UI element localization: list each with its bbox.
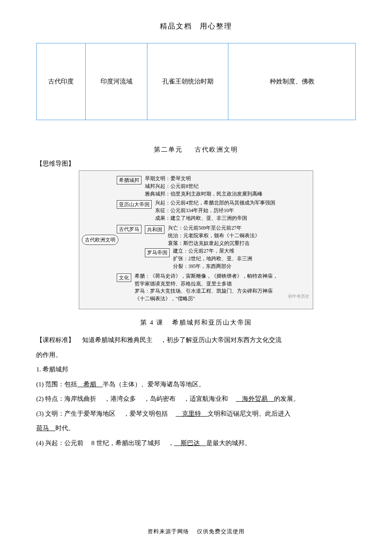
- mm-node-republic: 共和国: [145, 225, 164, 234]
- page-header: 精品文档用心整理: [36, 21, 356, 31]
- mm-leaf: 罗马：罗马大竞技场、引水道工程、凯旋门、方尖碑和万神庙: [135, 288, 278, 295]
- subheading: 1. 希腊城邦: [36, 362, 356, 377]
- header-left: 精品文档: [160, 22, 192, 30]
- mm-node-alex: 亚历山大帝国: [117, 200, 152, 209]
- blank-answer: 海外贸易: [236, 395, 274, 402]
- blank-answer: 荷马: [36, 425, 55, 431]
- unit-title-right: 古代欧洲文明: [195, 146, 238, 153]
- mindmap: 古代欧洲文明 希腊城邦 早期文明：爱琴文明 城邦兴起：公元前8世纪 雅典城邦：伯…: [79, 170, 313, 309]
- mm-node-greek: 希腊城邦: [117, 176, 141, 184]
- text: (3) 文明：产生于爱琴海地区: [36, 410, 115, 417]
- civilization-table: 古代印度 印度河流域 孔雀王朝统治时期 种姓制度、佛教: [36, 43, 356, 120]
- mm-leaf: 兴亡：公元前509年至公元前27年: [168, 224, 260, 232]
- text: ，爱琴文明包括: [123, 410, 168, 417]
- text: (4) 兴起：公元前: [36, 440, 84, 446]
- mm-leaf: 早期文明：爱琴文明: [145, 175, 262, 183]
- table-row: 古代印度 印度河流域 孔雀王朝统治时期 种姓制度、佛教: [37, 43, 356, 120]
- text: (1) 范围：包括: [36, 381, 77, 388]
- blank-answer: 斯巴达: [174, 440, 206, 446]
- mm-leaf: 统治：元老院掌权，颁布《十二铜表法》: [168, 232, 260, 240]
- mm-node-rome: 古代罗马: [117, 225, 141, 233]
- text: 8 世纪，希腊出现了城邦: [91, 440, 160, 446]
- list-item: (4) 兴起：公元前8 世纪，希腊出现了城邦， 斯巴达 是最大的城邦。: [36, 436, 356, 451]
- mindmap-root: 古代欧洲文明: [82, 235, 118, 245]
- text: ，: [168, 440, 174, 446]
- header-right: 用心整理: [200, 22, 232, 30]
- unit-title: 第二单元古代欧洲文明: [36, 146, 356, 154]
- text: ，适宜航海业和: [183, 395, 228, 402]
- unit-title-left: 第二单元: [154, 146, 183, 153]
- lesson-title-left: 第 4 课: [140, 319, 164, 326]
- cell-region: 印度河流域: [86, 43, 147, 120]
- mm-leaf: 《十二铜表法》，"儒略历": [135, 295, 278, 303]
- list-item: 荷马 时代。: [36, 421, 356, 436]
- mindmap-label: 【思维导图】: [36, 160, 356, 168]
- mm-node-empire: 罗马帝国: [145, 248, 170, 257]
- list-item: (2) 特点：海岸线曲折，港湾众多，岛屿密布，适宜航海业和 海外贸易 的发展。: [36, 391, 356, 406]
- list-item: (3) 文明：产生于爱琴海地区，爱琴文明包括 克里特 文明和迈锡尼文明。此后进入: [36, 406, 356, 421]
- text: ，初步了解亚历山大帝国对东西方文化交流: [160, 336, 282, 343]
- mm-leaf: 成果：建立了地跨欧、亚、非三洲的帝国: [155, 215, 275, 222]
- mm-leaf: 希腊：《荷马史诗》，宙斯雕像，《掷铁饼者》，帕特农神庙，: [135, 273, 278, 280]
- cell-civilization: 古代印度: [37, 43, 86, 120]
- text: 的发展。: [274, 395, 300, 402]
- text: ，岛屿密布: [144, 395, 176, 402]
- cell-achievement: 种姓制度、佛教: [228, 43, 356, 120]
- mm-leaf: 兴起：公元前4世纪，希腊北部的马其顿成为军事强国: [155, 199, 275, 207]
- page-footer: 资料来源于网络仅供免费交流使用: [0, 528, 392, 535]
- cell-period: 孔雀王朝统治时期: [147, 43, 228, 120]
- standard-line: 【课程标准】知道希腊城邦和雅典民主，初步了解亚历山大帝国对东西方文化交流: [36, 333, 356, 348]
- standard-label: 【课程标准】: [36, 336, 75, 343]
- mm-leaf: 雅典城邦：伯里克利主政时期，民主政治发展到高峰: [145, 190, 262, 198]
- text: 知道希腊城邦和雅典民主: [82, 336, 153, 343]
- footer-right: 仅供免费交流使用: [197, 528, 245, 535]
- text: 是最大的城邦。: [206, 440, 251, 446]
- footer-left: 资料来源于网络: [147, 528, 189, 535]
- lesson-body: 【课程标准】知道希腊城邦和雅典民主，初步了解亚历山大帝国对东西方文化交流 的作用…: [36, 333, 356, 450]
- mm-leaf: 分裂：395年，东西两部分: [173, 263, 252, 270]
- mm-node-culture: 文化: [117, 273, 131, 282]
- list-item: (1) 范围：包括 希腊 半岛（主体）、爱琴海诸岛等地区。: [36, 377, 356, 392]
- lesson-title-right: 希腊城邦和亚历山大帝国: [172, 319, 252, 326]
- blank-answer: 希腊: [77, 381, 103, 388]
- text: 半岛（主体）、爱琴海诸岛等地区。: [103, 381, 205, 388]
- mm-leaf: 衰落：斯巴达克奴隶起义的沉重打击: [168, 240, 260, 247]
- mm-leaf: 城邦兴起：公元前8世纪: [145, 183, 262, 190]
- mindmap-watermark: 初中考历史: [288, 293, 309, 299]
- mm-leaf: 扩张：2世纪，地跨欧、亚、非三洲: [173, 255, 252, 263]
- text: 的作用。: [36, 348, 356, 362]
- text: ，港湾众多: [104, 395, 136, 402]
- mm-leaf: 哲学家德谟克里特、苏格拉底、亚里士多德: [135, 280, 278, 288]
- lesson-title: 第 4 课希腊城邦和亚历山大帝国: [36, 319, 356, 327]
- text: (2) 特点：海岸线曲折: [36, 395, 96, 402]
- text: 时代。: [55, 425, 75, 431]
- blank-answer: 克里特: [176, 410, 208, 417]
- mm-leaf: 东征：公元前334年开始，历经10年: [155, 207, 275, 215]
- text: 文明和迈锡尼文明。此后进入: [208, 410, 291, 417]
- mm-leaf: 建立：公元前27年，屋大维: [173, 247, 252, 255]
